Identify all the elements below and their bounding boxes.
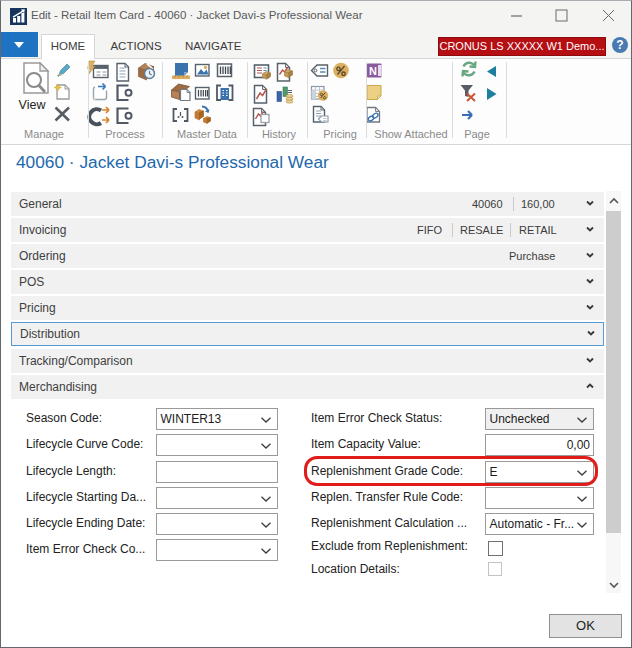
svg-text:N: N (369, 65, 377, 77)
svg-text:View: View (19, 98, 47, 112)
